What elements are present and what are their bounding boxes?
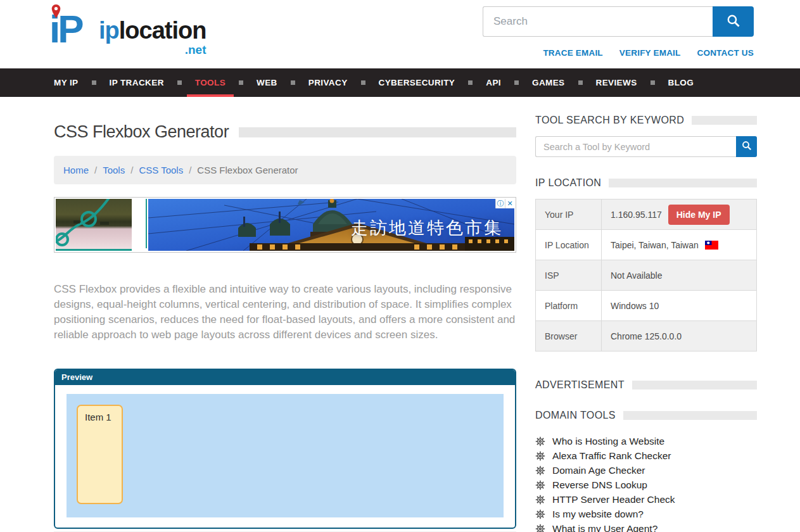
breadcrumb-css-tools[interactable]: CSS Tools — [139, 165, 183, 175]
domain-tools-list: Who is Hosting a Website Alexa Traffic R… — [535, 434, 757, 532]
nav-separator — [651, 80, 655, 85]
site-search-button[interactable] — [713, 6, 754, 37]
platform-value: Windows 10 — [602, 291, 757, 321]
hide-my-ip-button[interactable]: Hide My IP — [668, 205, 730, 225]
flexbox-preview-container: Item 1 — [67, 394, 504, 517]
site-header: iP iplocation .net TRACE EMAIL VERIFY EM… — [0, 0, 800, 68]
header-right: TRACE EMAIL VERIFY EMAIL CONTACT US — [483, 6, 754, 58]
preview-panel-header: Preview — [55, 370, 515, 385]
tool-search-input[interactable] — [535, 136, 736, 157]
ad-banner[interactable]: 走訪地道特色市集 ⓘ ✕ — [54, 197, 516, 253]
page-title: CSS Flexbox Generator — [54, 122, 229, 142]
domain-tool-label: Domain Age Checker — [552, 465, 645, 476]
domain-tool-http-header[interactable]: HTTP Server Header Check — [535, 492, 757, 507]
domain-tool-label: Reverse DNS Lookup — [552, 479, 647, 491]
ad-info-icon[interactable]: ⓘ — [495, 199, 505, 208]
title-row: CSS Flexbox Generator — [54, 122, 516, 142]
isp-value: Not Available — [602, 260, 757, 291]
ad-headline: 走訪地道特色市集 — [351, 217, 503, 239]
tool-search — [535, 136, 757, 157]
site-search — [483, 6, 754, 37]
nav-separator — [291, 80, 295, 85]
domain-tool-user-agent[interactable]: What is my User Agent? — [535, 521, 757, 532]
ad-main-image: 走訪地道特色市集 ⓘ ✕ — [148, 199, 514, 251]
search-icon — [727, 14, 740, 30]
row-value-cell: Taipei, Taiwan, Taiwan — [602, 230, 757, 260]
gear-icon — [535, 509, 545, 519]
nav-separator — [468, 80, 473, 85]
heading-decoration-bar — [609, 179, 757, 187]
domain-tool-domain-age[interactable]: Domain Age Checker — [535, 463, 757, 478]
domain-tool-label: Alexa Traffic Rank Checker — [552, 450, 671, 462]
your-ip-value: 1.160.95.117 — [611, 210, 662, 220]
trace-email-link[interactable]: TRACE EMAIL — [543, 48, 602, 58]
gear-icon — [535, 436, 545, 446]
table-row: IP Location Taipei, Taiwan, Taiwan — [536, 230, 757, 260]
main-column: CSS Flexbox Generator Home / Tools / CSS… — [54, 97, 516, 532]
logo-word-ip: ip — [99, 17, 119, 44]
content-container: CSS Flexbox Generator Home / Tools / CSS… — [54, 97, 757, 532]
row-label: Browser — [536, 321, 602, 352]
breadcrumb-separator: / — [94, 165, 97, 175]
logo-net: .net — [185, 43, 206, 57]
domain-tool-label: HTTP Server Header Check — [552, 494, 675, 505]
nav-separator — [92, 80, 96, 85]
table-row: ISP Not Available — [536, 260, 757, 291]
nav-item-games[interactable]: GAMES — [532, 68, 565, 97]
nav-separator — [361, 80, 365, 85]
tool-search-button[interactable] — [736, 136, 757, 157]
row-label: ISP — [536, 260, 602, 291]
nav-item-my-ip[interactable]: MY IP — [54, 68, 79, 97]
flex-item-1[interactable]: Item 1 — [77, 405, 123, 504]
nav-item-ip-tracker[interactable]: IP TRACKER — [110, 68, 164, 97]
heading-decoration-bar — [623, 411, 757, 420]
preview-panel-body: Item 1 — [55, 385, 515, 528]
logo-wordmark: iplocation .net — [99, 17, 206, 53]
verify-email-link[interactable]: VERIFY EMAIL — [619, 48, 681, 58]
gear-icon — [535, 480, 545, 490]
gear-icon — [535, 495, 545, 505]
nav-item-web[interactable]: WEB — [257, 68, 277, 97]
nav-separator — [239, 80, 243, 85]
nav-separator — [514, 80, 519, 85]
ad-close-icon[interactable]: ✕ — [505, 199, 514, 208]
browser-value: Chrome 125.0.0.0 — [602, 321, 757, 352]
gear-icon — [535, 466, 545, 476]
domain-tool-who-is-hosting[interactable]: Who is Hosting a Website — [535, 434, 757, 448]
ad-left-image — [56, 199, 132, 251]
breadcrumb-tools[interactable]: Tools — [103, 165, 125, 175]
domain-tools-heading-row: DOMAIN TOOLS — [535, 410, 757, 421]
nav-item-privacy[interactable]: PRIVACY — [308, 68, 348, 97]
nav-item-reviews[interactable]: REVIEWS — [596, 68, 637, 97]
domain-tool-label: Who is Hosting a Website — [552, 436, 664, 447]
nav-separator — [177, 80, 182, 85]
nav-item-api[interactable]: API — [486, 68, 501, 97]
table-row: Platform Windows 10 — [536, 291, 757, 321]
ip-location-heading: IP LOCATION — [535, 177, 601, 189]
row-label: Platform — [536, 291, 602, 321]
domain-tool-website-down[interactable]: Is my website down? — [535, 507, 757, 521]
heading-decoration-bar — [692, 116, 757, 125]
breadcrumb-separator: / — [189, 165, 191, 175]
contact-us-link[interactable]: CONTACT US — [697, 48, 754, 58]
domain-tool-reverse-dns[interactable]: Reverse DNS Lookup — [535, 478, 757, 492]
domain-tool-label: Is my website down? — [552, 509, 644, 520]
iplocation-logo[interactable]: iP iplocation .net — [49, 5, 206, 53]
domain-tools-heading: DOMAIN TOOLS — [535, 410, 616, 421]
logo-mark: iP — [49, 5, 98, 53]
nav-item-tools[interactable]: TOOLS — [195, 68, 225, 97]
site-search-input[interactable] — [483, 6, 713, 37]
nav-item-blog[interactable]: BLOG — [668, 68, 694, 97]
logo-word-location: location — [119, 17, 206, 44]
row-value-cell: 1.160.95.117 Hide My IP — [602, 200, 757, 230]
ad-choices: ⓘ ✕ — [495, 199, 514, 208]
sidebar: TOOL SEARCH BY KEYWORD IP LOCATION Your … — [535, 97, 757, 532]
advertisement-heading-row: ADVERTISEMENT — [535, 379, 757, 391]
nav-item-cybersecurity[interactable]: CYBERSECURITY — [379, 68, 455, 97]
tool-search-heading: TOOL SEARCH BY KEYWORD — [535, 115, 684, 126]
domain-tool-alexa-rank[interactable]: Alexa Traffic Rank Checker — [535, 448, 757, 463]
advertisement-heading: ADVERTISEMENT — [535, 379, 625, 391]
tool-search-heading-row: TOOL SEARCH BY KEYWORD — [535, 115, 757, 126]
header-links: TRACE EMAIL VERIFY EMAIL CONTACT US — [483, 48, 754, 58]
breadcrumb-home[interactable]: Home — [63, 165, 89, 175]
